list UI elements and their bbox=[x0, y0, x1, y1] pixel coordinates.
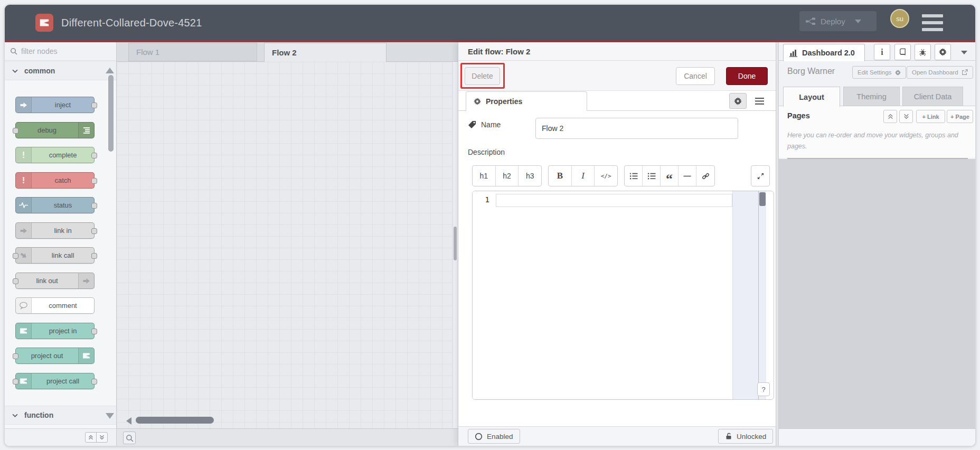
deploy-button[interactable]: Deploy bbox=[799, 11, 877, 31]
line-number: 1 bbox=[485, 195, 489, 204]
h2-button[interactable]: h2 bbox=[496, 166, 519, 186]
debug-tab-button[interactable] bbox=[915, 44, 931, 60]
add-page-button[interactable]: + Page bbox=[947, 110, 973, 123]
category-function[interactable]: function bbox=[5, 406, 116, 425]
unlocked-label: Unlocked bbox=[737, 433, 766, 440]
scroll-up-icon[interactable] bbox=[106, 68, 114, 73]
unordered-list-icon bbox=[647, 173, 656, 180]
avatar[interactable]: su bbox=[890, 9, 909, 28]
palette-node-link-in[interactable]: link in bbox=[15, 222, 95, 239]
add-link-button[interactable]: + Link bbox=[916, 110, 945, 123]
search-icon bbox=[10, 48, 17, 55]
open-dashboard-button[interactable]: Open Dashboard bbox=[907, 66, 973, 79]
gear-icon bbox=[734, 97, 742, 105]
ordered-list-icon bbox=[629, 173, 638, 180]
node-label: link in bbox=[32, 223, 94, 238]
palette-scrollbar-thumb[interactable] bbox=[108, 75, 114, 152]
link-button[interactable] bbox=[696, 166, 714, 186]
horizontal-rule-button[interactable]: — bbox=[679, 166, 696, 186]
unordered-list-button[interactable] bbox=[643, 166, 661, 186]
move-up-button[interactable] bbox=[883, 110, 897, 123]
bold-button[interactable]: B bbox=[549, 166, 572, 186]
palette-node-debug[interactable]: debug bbox=[15, 122, 95, 138]
edit-settings-button[interactable]: Edit Settings bbox=[852, 66, 906, 79]
canvas-vertical-scrollbar[interactable] bbox=[453, 62, 458, 428]
node-label: debug bbox=[16, 123, 78, 138]
double-chevron-up-icon bbox=[888, 114, 893, 119]
palette-node-project-in[interactable]: project in bbox=[15, 323, 95, 339]
sidebar-menu-caret-icon[interactable] bbox=[961, 51, 967, 54]
done-button[interactable]: Done bbox=[726, 67, 768, 85]
deploy-icon bbox=[806, 17, 815, 25]
flow-name-input[interactable] bbox=[535, 118, 738, 139]
h3-button[interactable]: h3 bbox=[519, 166, 541, 186]
edit-properties-button[interactable] bbox=[729, 93, 747, 109]
h1-button[interactable]: h1 bbox=[473, 166, 496, 186]
scroll-down-icon[interactable] bbox=[106, 413, 114, 419]
palette-filter[interactable] bbox=[5, 42, 116, 61]
expand-editor-button[interactable] bbox=[751, 166, 769, 186]
palette-node-comment[interactable]: comment bbox=[15, 297, 95, 314]
palette-node-status[interactable]: status bbox=[15, 197, 95, 213]
main-menu-icon[interactable] bbox=[922, 14, 943, 31]
vertical-scroll-thumb[interactable] bbox=[454, 227, 457, 260]
app-window: Different-Collared-Dove-4521 Deploy su c… bbox=[4, 4, 976, 446]
palette-expand-all-button[interactable] bbox=[96, 432, 108, 443]
scroll-left-icon[interactable] bbox=[126, 417, 131, 425]
palette-node-link-out[interactable]: link out bbox=[15, 273, 95, 289]
blockquote-button[interactable]: “ bbox=[661, 166, 679, 186]
editor-help-button[interactable]: ? bbox=[757, 382, 770, 396]
info-tab-button[interactable]: i bbox=[874, 44, 890, 60]
palette-node-complete[interactable]: ! complete bbox=[15, 147, 95, 163]
editor-scroll-track[interactable] bbox=[732, 191, 766, 399]
palette-node-link-call[interactable]: link call bbox=[15, 247, 95, 264]
code-button[interactable]: </> bbox=[595, 166, 617, 186]
tab-flow-2[interactable]: Flow 2 bbox=[264, 43, 387, 62]
help-tab-button[interactable] bbox=[894, 44, 911, 60]
flow-lock-toggle[interactable]: Unlocked bbox=[718, 429, 773, 444]
node-label: project call bbox=[32, 373, 94, 389]
editor-scroll-thumb[interactable] bbox=[759, 192, 766, 206]
category-common[interactable]: common bbox=[5, 61, 116, 80]
description-editor[interactable]: 1 ? bbox=[472, 191, 774, 400]
right-sidebar: Dashboard 2.0 i Borg Warner Edit Setting… bbox=[779, 42, 976, 446]
book-icon bbox=[899, 48, 907, 56]
avatar-initials: su bbox=[896, 15, 903, 23]
node-red-icon bbox=[78, 348, 94, 363]
layout-panel: Pages + Link + Page Here you can re-orde… bbox=[779, 106, 976, 158]
filter-nodes-input[interactable] bbox=[21, 47, 100, 55]
node-label: project in bbox=[32, 323, 94, 339]
delete-button[interactable]: Delete bbox=[465, 67, 500, 85]
tab-theming[interactable]: Theming bbox=[843, 87, 900, 106]
deploy-caret-icon[interactable] bbox=[855, 20, 861, 23]
canvas-zoom-search-button[interactable] bbox=[123, 432, 136, 444]
canvas-footer bbox=[117, 428, 458, 446]
tab-client-data[interactable]: Client Data bbox=[902, 87, 963, 106]
edit-description-button[interactable] bbox=[751, 93, 768, 109]
config-tab-button[interactable] bbox=[935, 44, 951, 60]
double-chevron-down-icon bbox=[99, 435, 105, 440]
horizontal-scroll-thumb[interactable] bbox=[136, 417, 214, 424]
flow-grid[interactable] bbox=[117, 62, 458, 428]
editor-active-line bbox=[496, 194, 732, 207]
flow-enabled-toggle[interactable]: Enabled bbox=[468, 429, 520, 444]
node-label: comment bbox=[32, 298, 94, 313]
move-down-button[interactable] bbox=[899, 110, 913, 123]
tab-layout[interactable]: Layout bbox=[783, 87, 840, 107]
palette-node-project-call[interactable]: project call bbox=[15, 373, 95, 389]
input-port bbox=[13, 379, 18, 385]
palette-node-project-out[interactable]: project out bbox=[15, 348, 95, 364]
inject-icon bbox=[16, 97, 32, 112]
tab-properties[interactable]: Properties bbox=[466, 91, 587, 111]
palette-node-inject[interactable]: inject bbox=[15, 97, 95, 113]
workspace-canvas[interactable]: Flow 1 Flow 2 bbox=[117, 42, 458, 446]
tab-dashboard-2[interactable]: Dashboard 2.0 bbox=[783, 44, 865, 61]
italic-button[interactable]: I bbox=[572, 166, 595, 186]
pages-title: Pages bbox=[787, 111, 810, 120]
palette-collapse-all-button[interactable] bbox=[85, 432, 97, 443]
tray-header: Edit flow: Flow 2 bbox=[458, 42, 776, 61]
cancel-button[interactable]: Cancel bbox=[676, 67, 715, 85]
palette-node-catch[interactable]: ! catch bbox=[15, 172, 95, 189]
ordered-list-button[interactable] bbox=[625, 166, 643, 186]
tab-flow-1[interactable]: Flow 1 bbox=[128, 43, 257, 61]
